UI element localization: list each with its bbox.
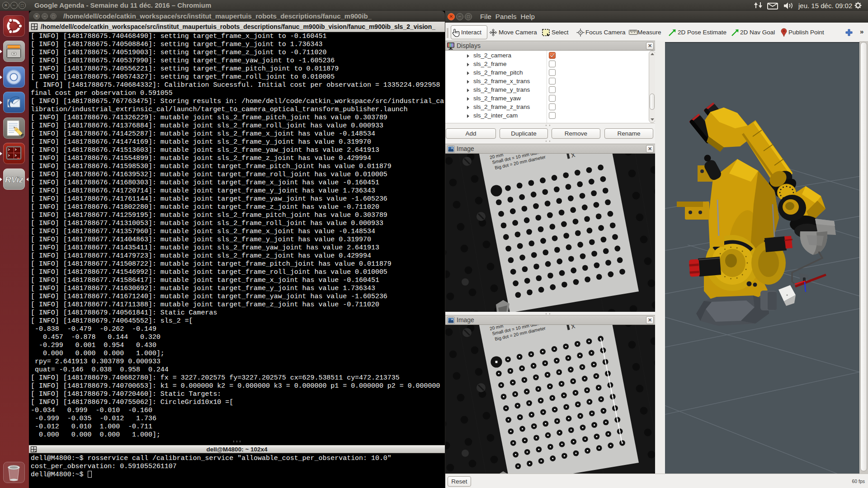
svg-text:RViz: RViz <box>5 175 24 184</box>
svg-text:jeu. 15 déc. 09:02: jeu. 15 déc. 09:02 <box>798 2 852 9</box>
